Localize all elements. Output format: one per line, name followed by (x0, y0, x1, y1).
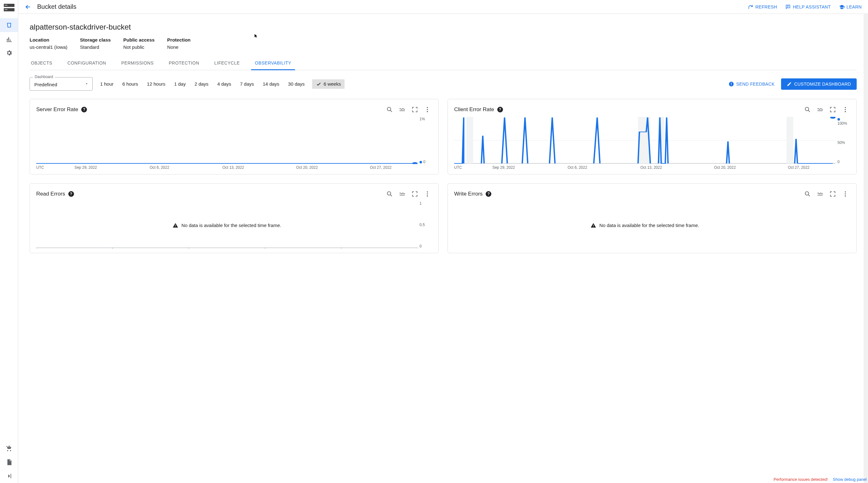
refresh-label: REFRESH (755, 4, 777, 9)
range-30-days[interactable]: 30 days (287, 79, 306, 89)
range-1-hour[interactable]: 1 hour (99, 79, 115, 89)
help-assistant-button[interactable]: HELP ASSISTANT (785, 4, 831, 10)
chart-x-axis: UTC Sep 29, 2022 Oct 6, 2022 Oct 13, 202… (36, 165, 432, 170)
svg-point-35 (845, 193, 846, 195)
range-12-hours[interactable]: 12 hours (146, 79, 166, 89)
y-tick: 50% (837, 140, 845, 145)
meta-public-access-label: Public access (123, 37, 155, 42)
svg-rect-19 (786, 117, 793, 163)
rail-item-buckets[interactable] (0, 18, 18, 32)
x-tick: Oct 6, 2022 (123, 165, 196, 170)
refresh-button[interactable]: REFRESH (748, 4, 777, 10)
x-tick: Sep 29, 2022 (467, 165, 540, 170)
customize-dashboard-button[interactable]: CUSTOMIZE DASHBOARD (781, 78, 857, 90)
range-14-days[interactable]: 14 days (261, 79, 281, 89)
chart-zoom-button[interactable] (803, 105, 812, 114)
chart-more-button[interactable] (423, 189, 432, 199)
y-tick: 0 (420, 160, 426, 164)
chart-zoom-button[interactable] (385, 105, 394, 114)
chart-legend-button[interactable] (815, 189, 825, 199)
bucket-name: alpatterson-stackdriver-bucket (30, 23, 857, 31)
svg-point-5 (427, 109, 428, 110)
range-1-day[interactable]: 1 day (173, 79, 187, 89)
content-scroll: alpatterson-stackdriver-bucket Location … (18, 14, 868, 483)
chart-fullscreen-button[interactable] (410, 189, 420, 199)
refresh-icon (748, 4, 753, 10)
rail-expand-toggle[interactable] (0, 469, 18, 483)
chart-x-axis: UTC Sep 29, 2022 Oct 6, 2022 Oct 13, 202… (454, 165, 850, 170)
x-tick: UTC (36, 165, 49, 170)
range-6-hours[interactable]: 6 hours (121, 79, 140, 89)
help-icon[interactable]: ? (68, 191, 74, 197)
bucket-metadata: Location us-central1 (Iowa) Storage clas… (30, 37, 857, 50)
chart-legend-button[interactable] (398, 105, 407, 114)
chart-zoom-button[interactable] (803, 189, 812, 199)
warning-icon (591, 223, 596, 228)
no-data-message: No data is available for the selected ti… (454, 223, 836, 228)
chart-more-button[interactable] (423, 105, 432, 114)
tab-objects[interactable]: OBJECTS (30, 57, 54, 70)
send-feedback-button[interactable]: SEND FEEDBACK (728, 81, 774, 87)
chart-fullscreen-button[interactable] (410, 105, 420, 114)
meta-storage-class-label: Storage class (80, 37, 111, 42)
help-assistant-label: HELP ASSISTANT (793, 4, 831, 9)
meta-protection-label: Protection (167, 37, 190, 42)
scrollbar-track[interactable] (864, 14, 868, 483)
back-button[interactable] (25, 3, 31, 10)
warning-icon (173, 223, 178, 228)
tab-permissions[interactable]: PERMISSIONS (120, 57, 155, 70)
y-tick: 0 (420, 244, 422, 249)
range-7-days[interactable]: 7 days (239, 79, 255, 89)
chart-grid: Server Error Rate ? (30, 99, 857, 259)
rail-item-settings[interactable] (0, 46, 18, 60)
svg-point-25 (427, 196, 428, 197)
caret-down-icon (85, 82, 89, 87)
chart-fullscreen-button[interactable] (828, 105, 837, 114)
rail-item-release-notes[interactable] (0, 455, 18, 469)
chart-zoom-button[interactable] (385, 189, 394, 199)
help-icon[interactable]: ? (497, 107, 503, 112)
meta-storage-class-value: Standard (80, 44, 111, 50)
tab-protection[interactable]: PROTECTION (167, 57, 200, 70)
range-6-weeks[interactable]: 6 weeks (312, 79, 345, 89)
chart-legend-button[interactable] (815, 105, 825, 114)
card-read-errors: Read Errors ? (30, 183, 439, 253)
y-tick: 0 (837, 160, 840, 164)
svg-point-22 (388, 192, 391, 195)
chart-canvas[interactable]: No data is available for the selected ti… (36, 201, 417, 249)
x-tick: Oct 13, 2022 (196, 165, 270, 170)
meta-location-value: us-central1 (Iowa) (30, 44, 67, 50)
chart-legend-button[interactable] (398, 189, 407, 199)
tab-configuration[interactable]: CONFIGURATION (66, 57, 107, 70)
no-data-text: No data is available for the selected ti… (181, 223, 281, 228)
dashboard-select-value: Predefined (34, 82, 57, 87)
chart-canvas[interactable] (36, 117, 417, 164)
svg-point-9 (412, 162, 417, 164)
chart-more-button[interactable] (841, 105, 850, 114)
svg-rect-1 (731, 83, 732, 85)
learn-button[interactable]: LEARN (839, 4, 862, 10)
chart-canvas[interactable]: No data is available for the selected ti… (454, 201, 836, 249)
svg-point-23 (427, 191, 428, 193)
chart-canvas[interactable] (454, 117, 836, 164)
learn-label: LEARN (846, 4, 862, 9)
tab-lifecycle[interactable]: LIFECYCLE (213, 57, 241, 70)
chart-fullscreen-button[interactable] (828, 189, 837, 199)
show-debug-panel-link[interactable]: Show debug panel (833, 477, 867, 482)
help-icon[interactable]: ? (81, 107, 87, 112)
help-icon[interactable]: ? (486, 191, 491, 197)
card-client-error-rate: Client Error Rate ? (447, 99, 857, 174)
rail-item-marketplace[interactable] (0, 442, 18, 455)
x-tick: Oct 20, 2022 (270, 165, 344, 170)
x-tick: Oct 27, 2022 (344, 165, 417, 170)
tab-observability[interactable]: OBSERVABILITY (253, 57, 292, 70)
svg-point-10 (805, 107, 809, 111)
chart-more-button[interactable] (841, 189, 850, 199)
svg-point-6 (427, 111, 428, 112)
no-data-message: No data is available for the selected ti… (36, 223, 417, 228)
range-2-days[interactable]: 2 days (193, 79, 210, 89)
range-4-days[interactable]: 4 days (216, 79, 232, 89)
rail-item-monitoring[interactable] (0, 32, 18, 46)
pencil-icon (787, 82, 792, 87)
dashboard-select[interactable]: Dashboard Predefined (30, 77, 93, 91)
